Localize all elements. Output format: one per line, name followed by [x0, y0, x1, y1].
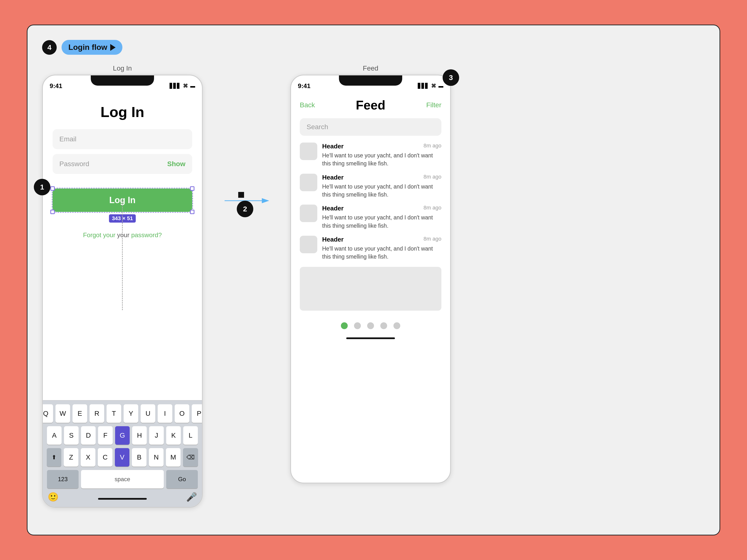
filter-button[interactable]: Filter: [426, 101, 441, 109]
login-phone-label: Log In: [42, 64, 203, 72]
feed-item-title: Header: [322, 236, 343, 243]
feed-header-row: Header 8m ago: [322, 236, 441, 243]
emoji-icon[interactable]: 🙂: [48, 492, 59, 502]
flow-badge[interactable]: Login flow: [61, 40, 122, 55]
list-item: Header 8m ago He'll want to use your yac…: [300, 142, 441, 168]
back-button[interactable]: Back: [300, 101, 315, 109]
dotted-line: [122, 198, 123, 310]
battery-icon-feed: ▬: [438, 83, 443, 89]
key-f[interactable]: F: [98, 426, 113, 445]
login-title: Log In: [53, 104, 192, 121]
handle-bl: [50, 210, 55, 214]
feed-header-row: Header 8m ago: [322, 205, 441, 212]
kb-bottom-row: 🙂 🎤: [45, 492, 200, 502]
wifi-icon-feed: ⌘: [431, 83, 436, 89]
key-123[interactable]: 123: [47, 470, 79, 488]
password-placeholder: Password: [59, 160, 89, 168]
search-bar[interactable]: Search: [300, 118, 441, 136]
keyboard: Q W E R T Y U I O P A S: [43, 400, 202, 507]
feed-item-body: He'll want to use your yacht, and I don'…: [322, 152, 441, 168]
feed-header-row: Header 8m ago: [322, 174, 441, 181]
key-e[interactable]: E: [73, 404, 87, 423]
forgot-password-link[interactable]: password?: [131, 231, 162, 239]
key-o[interactable]: O: [175, 404, 189, 423]
kb-row-1: Q W E R T Y U I O P: [45, 404, 200, 423]
avatar: [300, 236, 317, 253]
key-z[interactable]: Z: [64, 448, 78, 466]
feed-nav: Back Feed Filter: [300, 98, 441, 112]
flow-label: Login flow: [68, 43, 107, 52]
feed-item-time: 8m ago: [423, 236, 441, 243]
key-b[interactable]: B: [132, 448, 147, 466]
home-indicator-feed: [346, 338, 395, 339]
status-icons-feed: ▋▋▋ ⌘ ▬: [418, 83, 443, 89]
key-r[interactable]: R: [89, 404, 104, 423]
key-j[interactable]: J: [149, 426, 164, 445]
status-icons-login: ▋▋▋ ⌘ ▬: [170, 83, 195, 89]
key-go[interactable]: Go: [166, 470, 198, 488]
home-indicator: [98, 498, 147, 500]
key-p[interactable]: P: [192, 404, 203, 423]
phones-area: Log In 1 9:41 ▋▋▋ ⌘ ▬ Log In: [42, 64, 705, 508]
feed-title: Feed: [356, 98, 385, 112]
key-q[interactable]: Q: [42, 404, 53, 423]
key-y[interactable]: Y: [124, 404, 138, 423]
dot-5[interactable]: [393, 322, 400, 329]
handle-tl: [50, 186, 55, 191]
play-icon[interactable]: [110, 44, 115, 51]
key-i[interactable]: I: [158, 404, 172, 423]
key-h[interactable]: H: [132, 426, 147, 445]
key-d[interactable]: D: [81, 426, 96, 445]
key-g[interactable]: G: [115, 426, 130, 445]
key-w[interactable]: W: [55, 404, 70, 423]
key-u[interactable]: U: [140, 404, 155, 423]
forgot-text: Forgot your: [83, 231, 117, 239]
feed-phone: 9:41 ▋▋▋ ⌘ ▬ Back Feed Filter: [290, 75, 451, 483]
feed-notch: [339, 75, 402, 86]
feed-item-text: Header 8m ago He'll want to use your yac…: [322, 205, 441, 230]
feed-item-title: Header: [322, 205, 343, 212]
feed-phone-wrapper: Feed 3 9:41 ▋▋▋ ⌘ ▬: [290, 64, 451, 483]
key-k[interactable]: K: [166, 426, 181, 445]
key-x[interactable]: X: [81, 448, 95, 466]
key-shift[interactable]: ⬆: [47, 448, 61, 466]
key-space[interactable]: space: [81, 470, 164, 488]
list-item: Header 8m ago He'll want to use your yac…: [300, 174, 441, 199]
wifi-icon: ⌘: [183, 83, 188, 89]
key-m[interactable]: M: [166, 448, 181, 466]
feed-item-time: 8m ago: [423, 142, 441, 150]
dot-3[interactable]: [367, 322, 374, 329]
pagination-dots: [300, 317, 441, 334]
key-n[interactable]: N: [149, 448, 163, 466]
key-s[interactable]: S: [64, 426, 79, 445]
status-time-login: 9:41: [50, 82, 62, 90]
feed-item-text: Header 8m ago He'll want to use your yac…: [322, 174, 441, 199]
key-delete[interactable]: ⌫: [183, 448, 198, 466]
key-c[interactable]: C: [98, 448, 112, 466]
feed-item-body: He'll want to use your yacht, and I don'…: [322, 214, 441, 230]
key-v[interactable]: V: [115, 448, 129, 466]
feed-item-body: He'll want to use your yacht, and I don'…: [322, 245, 441, 261]
badge-1: 1: [34, 179, 50, 195]
list-item: Header 8m ago He'll want to use your yac…: [300, 236, 441, 261]
kb-row-3: ⬆ Z X C V B N M ⌫: [45, 448, 200, 466]
dot-4[interactable]: [380, 322, 387, 329]
feed-item-body: He'll want to use your yacht, and I don'…: [322, 183, 441, 199]
key-a[interactable]: A: [47, 426, 61, 445]
status-time-feed: 9:41: [298, 82, 310, 90]
search-placeholder: Search: [307, 123, 328, 131]
feed-item-title: Header: [322, 174, 343, 181]
key-l[interactable]: L: [183, 426, 198, 445]
email-placeholder: Email: [59, 135, 76, 143]
handle-br: [190, 210, 195, 214]
login-phone: 9:41 ▋▋▋ ⌘ ▬ Log In Email: [42, 75, 203, 508]
avatar: [300, 205, 317, 222]
top-bar: 4 Login flow: [42, 40, 705, 55]
key-t[interactable]: T: [107, 404, 121, 423]
show-password-button[interactable]: Show: [167, 160, 185, 168]
dot-1[interactable]: [341, 322, 348, 329]
password-field[interactable]: Password Show: [53, 154, 192, 174]
microphone-icon[interactable]: 🎤: [186, 492, 197, 502]
dot-2[interactable]: [354, 322, 361, 329]
email-field[interactable]: Email: [53, 129, 192, 149]
